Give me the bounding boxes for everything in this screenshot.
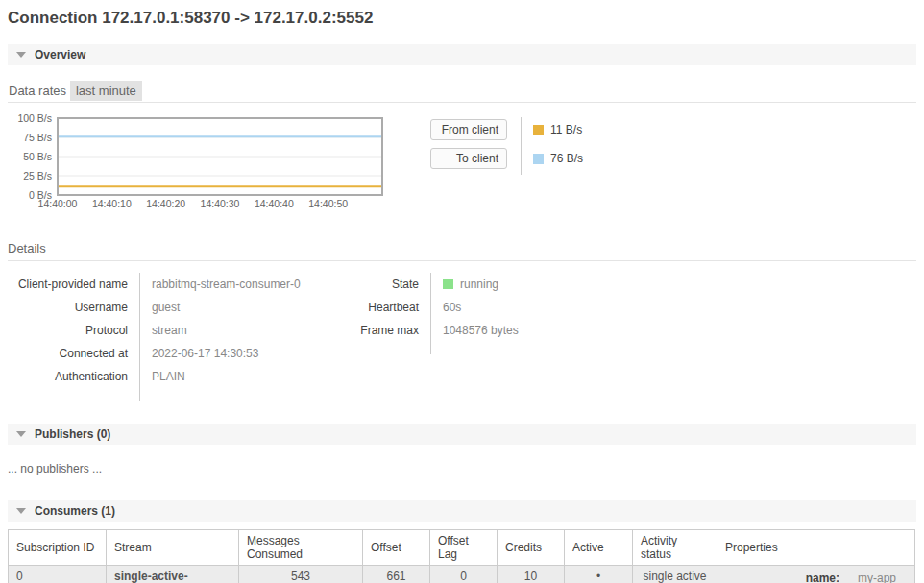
detail-row-username: Username guest [8,296,346,319]
detail-row-connected-at: Connected at 2022-06-17 14:30:53 [8,342,346,365]
cell-properties: name: my-app single-active-consumer: tru… [717,566,915,583]
cell-active: • [565,566,633,583]
state-text: running [460,278,498,291]
detail-label: Username [8,296,139,319]
detail-row-protocol: Protocol stream [8,319,346,342]
detail-row-heartbeat: Heartbeat 60s [346,296,519,319]
section-publishers-label: Publishers (0) [35,427,110,441]
svg-text:75 B/s: 75 B/s [23,132,52,143]
consumers-table: Subscription ID Stream Messages Consumed… [8,529,915,583]
col-properties: Properties [717,530,915,566]
detail-label: State [346,273,430,296]
state-running-icon [443,279,453,289]
detail-label: Heartbeat [346,296,430,319]
cell-credits: 10 [498,566,565,583]
cell-messages-consumed: 543 [239,566,363,583]
no-publishers-text: ... no publishers ... [8,462,916,475]
detail-value: PLAIN [139,365,346,388]
col-credits: Credits [498,530,565,566]
svg-text:14:40:20: 14:40:20 [146,198,185,209]
svg-text:25 B/s: 25 B/s [23,170,52,182]
svg-text:50 B/s: 50 B/s [23,151,52,162]
col-stream: Stream [107,530,239,566]
property-row: name: my-app [725,570,907,583]
svg-text:14:40:10: 14:40:10 [92,198,132,209]
cell-offset: 661 [363,566,430,583]
detail-value: running [430,273,519,296]
cell-activity-status: single active [633,566,717,583]
section-overview-label: Overview [35,48,85,61]
col-offset: Offset [363,530,430,566]
consumers-table-header-row: Subscription ID Stream Messages Consumed… [9,530,915,566]
property-key: name: [725,570,847,583]
to-client-button[interactable]: To client [430,148,507,169]
col-activity-status: Activity status [633,530,717,566]
section-publishers-header[interactable]: Publishers (0) [8,424,916,445]
detail-row-frame-max: Frame max 1048576 bytes [346,319,519,342]
consumer-row: 0 single-active-consumer 543 661 0 10 • … [9,566,915,583]
data-rates-mode-tab[interactable]: last minute [70,81,142,101]
data-rates-label: Data rates [9,84,66,98]
data-rates-tabbar: Data rateslast minute [8,82,916,103]
section-consumers-header[interactable]: Consumers (1) [8,500,916,522]
detail-row-client-provided-name: Client-provided name rabbitmq-stream-con… [8,273,346,296]
from-client-swatch-icon [533,125,544,135]
svg-text:14:40:40: 14:40:40 [255,198,294,209]
details-grid: Client-provided name rabbitmq-stream-con… [8,273,916,401]
detail-value: stream [139,319,346,342]
legend-entry-to-client: 76 B/s [533,148,583,169]
cell-subscription-id: 0 [9,566,107,583]
rate-chart: 100 B/s75 B/s50 B/s25 B/s0 B/s14:40:0014… [8,114,392,212]
property-value: my-app [847,570,907,583]
section-consumers-label: Consumers (1) [35,504,115,518]
collapse-arrow-icon [16,508,26,514]
detail-value: 2022-06-17 14:30:53 [139,342,346,365]
to-client-rate: 76 B/s [550,152,583,165]
detail-label: Protocol [8,319,139,342]
detail-value: 60s [430,296,519,319]
detail-value: 1048576 bytes [430,319,519,342]
collapse-arrow-icon [16,431,26,437]
detail-label: Frame max [346,319,430,342]
section-overview-header[interactable]: Overview [8,44,916,65]
detail-label: Authentication [8,365,139,388]
svg-text:100 B/s: 100 B/s [17,114,52,124]
legend-divider [521,117,522,175]
cell-stream: single-active-consumer [107,566,239,583]
to-client-swatch-icon [533,154,544,164]
detail-value: rabbitmq-stream-consumer-0 [139,273,346,296]
col-messages-consumed: Messages Consumed [239,530,363,566]
legend-entry-from-client: 11 B/s [533,119,583,140]
from-client-button[interactable]: From client [430,119,507,140]
detail-row-authentication: Authentication PLAIN [8,365,346,388]
col-subscription-id: Subscription ID [9,530,107,566]
col-active: Active [565,530,633,566]
page-title: Connection 172.17.0.1:58370 -> 172.17.0.… [8,9,916,28]
from-client-rate: 11 B/s [550,123,582,136]
detail-value: guest [139,296,346,319]
detail-label: Connected at [8,342,139,365]
details-label: Details [8,241,916,261]
cell-offset-lag: 0 [430,566,498,583]
col-offset-lag: Offset Lag [430,530,498,566]
svg-text:14:40:50: 14:40:50 [308,198,348,209]
svg-text:14:40:00: 14:40:00 [38,198,78,209]
svg-text:14:40:30: 14:40:30 [201,198,240,209]
detail-row-state: State running [346,273,519,296]
collapse-arrow-icon [16,52,26,58]
detail-label: Client-provided name [8,273,139,296]
